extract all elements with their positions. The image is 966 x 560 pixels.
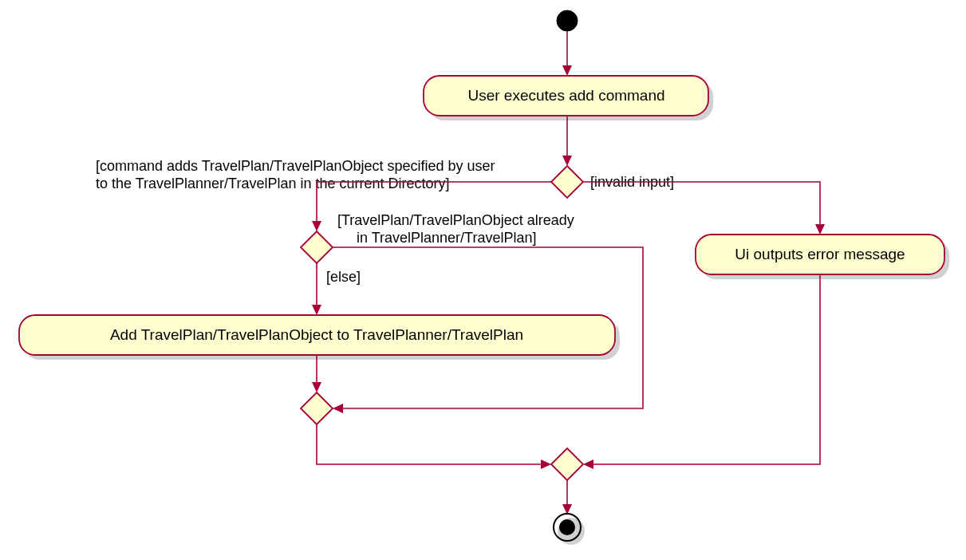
svg-marker-5 xyxy=(312,221,321,231)
svg-marker-10 xyxy=(312,382,321,392)
merge-final xyxy=(551,448,583,480)
decision-already-exists xyxy=(301,231,333,263)
guard-valid-line2: to the TravelPlanner/TravelPlan in the c… xyxy=(96,175,450,191)
guard-else: [else] xyxy=(326,269,361,285)
svg-point-17 xyxy=(559,519,575,535)
svg-marker-3 xyxy=(815,224,825,235)
svg-marker-13 xyxy=(583,459,593,469)
decision-valid-input xyxy=(551,166,583,198)
svg-marker-0 xyxy=(562,65,572,76)
svg-marker-7 xyxy=(312,305,321,315)
svg-marker-2 xyxy=(562,156,572,166)
guard-already-line2: in TravelPlanner/TravelPlan] xyxy=(357,230,536,246)
activity-label: Ui outputs error message xyxy=(735,246,905,262)
merge-after-add xyxy=(301,392,333,424)
initial-node xyxy=(557,10,578,31)
svg-marker-12 xyxy=(541,459,551,469)
svg-marker-11 xyxy=(333,404,343,413)
activity-label: User executes add command xyxy=(467,87,664,104)
activity-diagram: User executes add command [invalid input… xyxy=(0,0,966,560)
guard-already-line1: [TravelPlan/TravelPlanObject already xyxy=(337,212,574,228)
guard-valid-line1: [command adds TravelPlan/TravelPlanObjec… xyxy=(96,158,495,174)
activity-label: Add TravelPlan/TravelPlanObject to Trave… xyxy=(110,326,523,343)
